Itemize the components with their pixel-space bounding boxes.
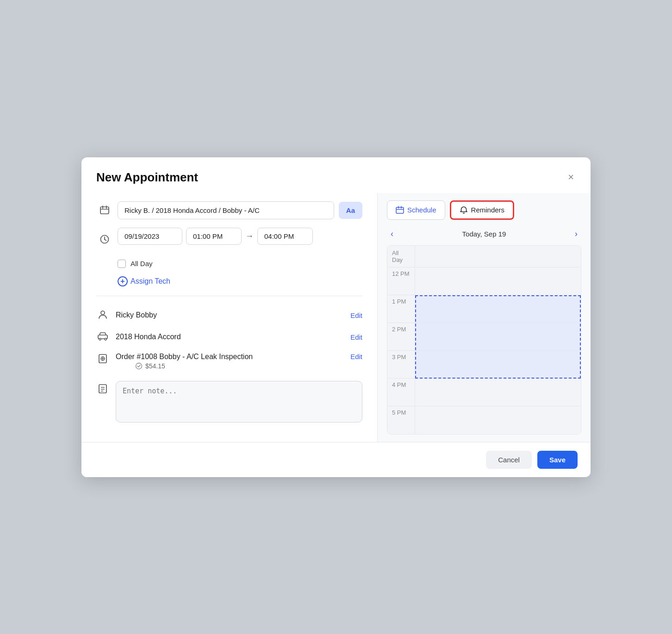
arrow-icon: → — [245, 231, 254, 241]
time-label-1pm: 1 PM — [387, 295, 415, 323]
nav-date-label: Today, Sep 19 — [462, 230, 506, 238]
allday-row: All Day — [118, 260, 362, 268]
note-icon — [96, 384, 109, 396]
checkmark-icon — [135, 362, 143, 370]
car-icon — [96, 331, 109, 343]
clock-icon — [96, 234, 113, 244]
time-slot-1pm: 1 PM — [387, 295, 581, 323]
end-time-input[interactable] — [257, 228, 313, 245]
svg-rect-20 — [396, 207, 404, 213]
time-rows: 12 PM 1 PM — [387, 267, 581, 434]
assign-tech-row: + Assign Tech — [118, 276, 362, 286]
order-amount: $54.15 — [145, 362, 165, 370]
time-label-12pm: 12 PM — [387, 267, 415, 295]
vehicle-info-left: 2018 Honda Accord — [96, 331, 181, 343]
modal-title: New Appointment — [96, 170, 198, 185]
time-slot-5pm: 5 PM — [387, 406, 581, 434]
customer-info-left: Ricky Bobby — [96, 309, 157, 322]
reminders-label: Reminders — [471, 206, 505, 214]
schedule-calendar-icon — [396, 206, 404, 214]
time-label-4pm: 4 PM — [387, 379, 415, 406]
customer-edit-button[interactable]: Edit — [350, 311, 362, 319]
right-top-buttons: Schedule Reminders — [387, 200, 581, 220]
allday-label: All Day — [131, 260, 153, 267]
next-day-button[interactable]: › — [571, 227, 581, 241]
modal-footer: Cancel Save — [81, 442, 591, 477]
date-time-fields: → — [118, 228, 313, 245]
time-label-3pm: 3 PM — [387, 351, 415, 378]
svg-point-7 — [101, 311, 105, 315]
datetime-row: → — [96, 228, 362, 251]
allday-checkbox[interactable] — [118, 260, 126, 268]
cancel-button[interactable]: Cancel — [486, 451, 532, 469]
modal-overlay: New Appointment × — [0, 0, 672, 634]
time-content-5pm — [415, 406, 581, 434]
time-slot-4pm: 4 PM — [387, 379, 581, 406]
time-content-12pm — [415, 267, 581, 295]
vehicle-edit-button[interactable]: Edit — [350, 333, 362, 341]
svg-point-10 — [105, 338, 106, 340]
assign-tech-label: Assign Tech — [131, 277, 170, 286]
bell-icon — [460, 206, 468, 214]
schedule-button[interactable]: Schedule — [387, 200, 445, 220]
right-panel: Schedule Reminders ‹ Today, Sep 19 › — [378, 193, 591, 442]
start-time-input[interactable] — [186, 228, 242, 245]
plus-circle-icon: + — [118, 276, 128, 286]
allday-content — [415, 249, 581, 263]
date-input[interactable] — [118, 228, 182, 245]
note-textarea[interactable] — [116, 381, 362, 423]
time-label-2pm: 2 PM — [387, 323, 415, 350]
order-edit-button[interactable]: Edit — [350, 353, 362, 361]
note-row — [96, 381, 362, 423]
order-amount-row: $54.15 — [135, 362, 253, 370]
reminders-button[interactable]: Reminders — [450, 200, 515, 220]
left-panel: Aa → — [81, 193, 378, 442]
appointment-input-row: Aa — [96, 201, 362, 219]
calendar-grid: All Day 12 PM 1 PM — [387, 245, 581, 435]
customer-row: Ricky Bobby Edit — [96, 305, 362, 326]
svg-line-6 — [105, 240, 106, 241]
svg-rect-16 — [99, 385, 106, 393]
order-icon — [96, 354, 109, 366]
customer-name: Ricky Bobby — [116, 311, 157, 319]
svg-point-9 — [99, 338, 101, 340]
aa-button[interactable]: Aa — [339, 202, 362, 219]
vehicle-row: 2018 Honda Accord Edit — [96, 326, 362, 348]
close-button[interactable]: × — [566, 170, 576, 184]
person-icon — [96, 309, 109, 322]
assign-tech-button[interactable]: + Assign Tech — [118, 276, 170, 286]
allday-time-label: All Day — [387, 246, 415, 267]
appointment-title-input[interactable] — [118, 201, 334, 219]
calendar-icon — [96, 205, 113, 215]
modal-body: Aa → — [81, 193, 591, 442]
appointment-time-block — [415, 295, 581, 379]
order-name: Order #1008 Bobby - A/C Leak Inspection — [116, 353, 253, 361]
allday-calendar-row: All Day — [387, 246, 581, 267]
vehicle-name: 2018 Honda Accord — [116, 333, 181, 341]
time-slot-12pm: 12 PM — [387, 267, 581, 295]
section-divider — [96, 296, 362, 296]
save-button[interactable]: Save — [537, 451, 578, 469]
time-label-5pm: 5 PM — [387, 406, 415, 434]
svg-rect-0 — [100, 207, 109, 214]
modal-header: New Appointment × — [81, 157, 591, 193]
calendar-nav: ‹ Today, Sep 19 › — [387, 227, 581, 241]
order-info-left: Order #1008 Bobby - A/C Leak Inspection … — [96, 353, 253, 370]
prev-day-button[interactable]: ‹ — [387, 227, 397, 241]
order-details: Order #1008 Bobby - A/C Leak Inspection … — [116, 353, 253, 370]
time-content-1pm — [415, 295, 581, 323]
schedule-label: Schedule — [407, 206, 436, 214]
new-appointment-modal: New Appointment × — [81, 157, 591, 477]
order-row: Order #1008 Bobby - A/C Leak Inspection … — [96, 348, 362, 374]
time-content-4pm — [415, 379, 581, 406]
